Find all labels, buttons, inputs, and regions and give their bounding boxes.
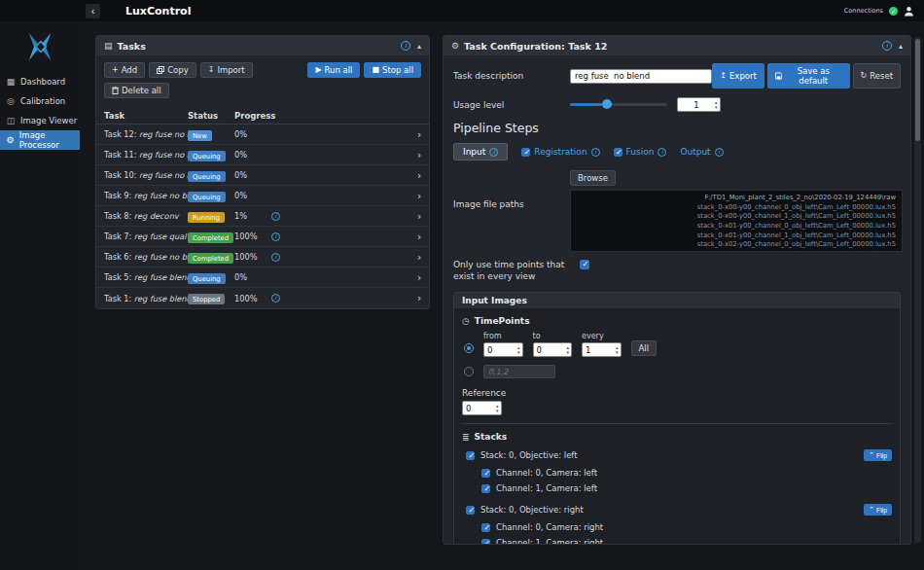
sidebar-item-dashboard[interactable]: ▦ Dashboard	[0, 72, 80, 91]
table-row[interactable]: Task 10: reg fuse no bl... Queuing 0% i …	[96, 165, 429, 186]
info-icon[interactable]: i	[489, 148, 498, 157]
sidebar-item-image-processor[interactable]: ⚙ Image Processor	[0, 130, 80, 150]
channel-row[interactable]: Channel: 1, Camera: left	[481, 481, 892, 496]
luxcontrol-logo	[0, 21, 80, 72]
clock-icon: ◷	[462, 316, 470, 326]
gear-icon: ⚙	[451, 41, 459, 51]
stack-checkbox[interactable]	[466, 506, 475, 515]
progress-value: 0%	[234, 170, 271, 180]
table-row[interactable]: Task 6: reg fuse no bl... Completed 100%…	[96, 247, 429, 267]
chevron-right-icon: ›	[409, 150, 421, 160]
channel-row[interactable]: Channel: 1, Camera: right	[481, 535, 892, 545]
tab-fusion[interactable]: Fusion i	[614, 147, 667, 157]
tab-input[interactable]: Input i	[453, 143, 508, 160]
table-row[interactable]: Task 7: reg fuse qual ... Completed 100%…	[96, 227, 429, 247]
stack-checkbox[interactable]	[466, 451, 475, 460]
info-icon[interactable]: i	[271, 212, 280, 221]
table-row[interactable]: Task 5: reg fuse blend Queuing 0% i ›	[96, 267, 429, 288]
column-task: Task	[104, 111, 188, 121]
stop-all-button[interactable]: ■Stop all	[364, 62, 421, 78]
spinner-icons[interactable]: ▴▾	[715, 100, 720, 109]
back-button[interactable]: ‹	[86, 4, 100, 18]
timepoints-range-radio[interactable]	[464, 343, 474, 353]
user-icon[interactable]	[904, 6, 914, 17]
channel-row[interactable]: Channel: 0, Camera: left	[481, 465, 892, 481]
browse-button[interactable]: Browse	[570, 170, 616, 186]
info-icon[interactable]: i	[591, 148, 600, 157]
export-button[interactable]: ↥Export	[712, 63, 764, 89]
timepoints-reference-input[interactable]	[463, 402, 496, 414]
image-processor-icon: ⚙	[6, 135, 15, 145]
chevron-right-icon: ›	[409, 252, 421, 263]
flip-stack-button[interactable]: ⌃Flip	[864, 449, 892, 461]
to-label: to	[533, 332, 573, 340]
info-icon[interactable]: i	[271, 232, 280, 241]
timepoints-list-input[interactable]	[483, 365, 555, 378]
sidebar-item-image-viewer[interactable]: ◫ Image Viewer	[0, 111, 80, 130]
usage-level-input[interactable]	[678, 98, 715, 111]
plus-icon: +	[112, 66, 119, 74]
add-task-button[interactable]: +Add	[104, 62, 145, 78]
task-description-input[interactable]	[570, 69, 712, 84]
table-row[interactable]: Task 11: reg fuse no bl... Queuing 0% i …	[96, 145, 429, 165]
spinner-icons[interactable]: ▴▾	[496, 404, 501, 412]
collapse-panel-icon[interactable]: ▴	[899, 42, 903, 51]
scrollbar-thumb[interactable]	[915, 39, 920, 141]
reset-button[interactable]: ↻Reset	[853, 63, 901, 89]
info-icon[interactable]: i	[657, 148, 666, 157]
info-icon[interactable]: i	[882, 41, 892, 51]
timepoints-list-radio[interactable]	[464, 367, 474, 376]
slider-handle[interactable]	[602, 99, 612, 109]
info-icon[interactable]: i	[401, 41, 410, 51]
stack-row[interactable]: Stack: 0, Objective: left ⌃Flip	[466, 447, 892, 463]
spinner-icons[interactable]: ▴▾	[567, 345, 572, 354]
from-input[interactable]	[484, 343, 517, 356]
run-all-button[interactable]: ▶Run all	[307, 62, 360, 78]
sidebar-item-calibration[interactable]: ◎ Calibration	[0, 91, 80, 111]
tab-registration[interactable]: Registration i	[521, 147, 599, 157]
channel-checkbox[interactable]	[481, 469, 490, 478]
path-line: stack_0-x00-y00_channel_0_obj_left\Cam_L…	[577, 203, 896, 213]
table-row[interactable]: Task 1: reg fuse blend Stopped 100% i ›	[96, 288, 429, 308]
every-label: every	[582, 332, 622, 340]
table-row[interactable]: Task 9: reg fuse no bl... Queuing 0% i ›	[96, 186, 429, 206]
spinner-icons[interactable]: ▴▾	[616, 345, 621, 354]
copy-task-button[interactable]: Copy	[149, 62, 196, 78]
progress-value: 100%	[234, 294, 271, 303]
channel-row[interactable]: Channel: 0, Camera: right	[481, 519, 892, 535]
path-line: F:/TD1_Moni_plant_2_stiles_2_no\2020-02-…	[577, 194, 896, 203]
vertical-scrollbar[interactable]	[914, 37, 921, 543]
info-icon[interactable]: i	[715, 148, 724, 157]
to-input[interactable]	[534, 343, 567, 356]
channel-checkbox[interactable]	[481, 484, 490, 493]
spinner-icons[interactable]: ▴▾	[517, 345, 522, 354]
table-row[interactable]: Task 12: reg fuse no bl... New 0% i ›	[96, 125, 429, 145]
image-file-paths-box[interactable]: F:/TD1_Moni_plant_2_stiles_2_no\2020-02-…	[570, 190, 903, 252]
divider	[462, 423, 892, 424]
stack-row[interactable]: Stack: 0, Objective: right ⌃Flip	[466, 502, 892, 517]
delete-all-button[interactable]: Delete all	[104, 83, 169, 98]
flip-stack-button[interactable]: ⌃Flip	[864, 504, 892, 516]
fusion-checkbox[interactable]	[614, 148, 622, 157]
info-icon[interactable]: i	[271, 253, 280, 262]
usage-level-slider[interactable]	[570, 103, 667, 106]
status-badge: New	[188, 130, 212, 141]
only-existing-timepoints-checkbox[interactable]	[580, 260, 589, 269]
image-viewer-icon: ◫	[6, 116, 16, 125]
tasks-table-header: Task Status Progress	[96, 107, 429, 125]
import-task-button[interactable]: ↧Import	[200, 62, 253, 78]
progress-value: 0%	[234, 150, 271, 160]
save-as-default-button[interactable]: Save as default	[767, 63, 850, 89]
all-timepoints-button[interactable]: All	[631, 340, 657, 356]
channel-checkbox[interactable]	[481, 539, 490, 545]
config-panel-header: ⚙ Task Configuration: Task 12 i ▴	[444, 36, 910, 55]
path-line: stack_0-x02-y00_channel_1_obj_l...	[577, 250, 896, 252]
table-row[interactable]: Task 8: reg deconv Running 1% i ›	[96, 206, 429, 227]
tab-output[interactable]: Output i	[680, 147, 723, 157]
info-icon[interactable]: i	[271, 294, 280, 303]
registration-checkbox[interactable]	[521, 148, 530, 157]
channel-checkbox[interactable]	[481, 523, 490, 532]
sidebar-item-label: Calibration	[20, 96, 65, 106]
every-input[interactable]	[583, 343, 616, 356]
collapse-panel-icon[interactable]: ▴	[417, 42, 421, 51]
